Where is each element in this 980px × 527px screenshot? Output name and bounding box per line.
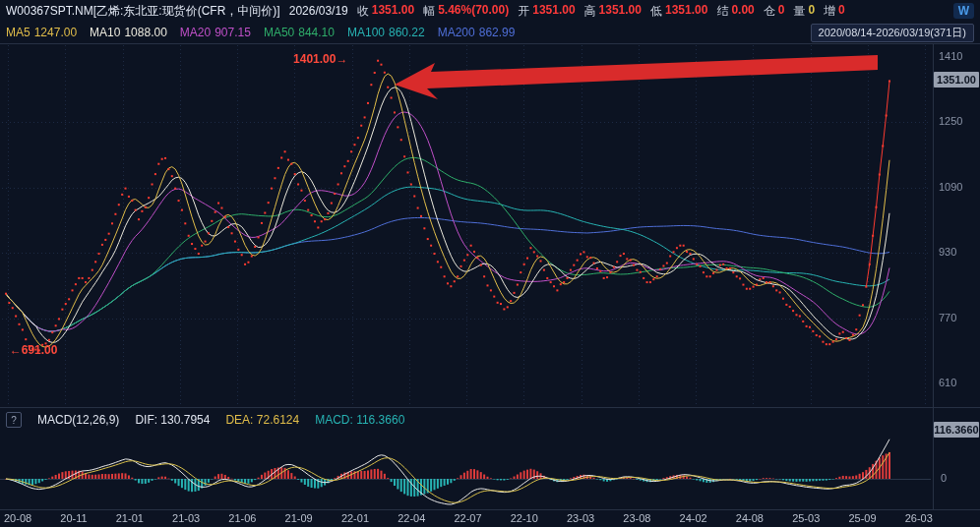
- macd-last-badge: 116.3660: [934, 422, 979, 438]
- stat-close: 收1351.00: [357, 3, 414, 20]
- x-axis-tick: 21-09: [285, 512, 313, 524]
- high-price-annotation: 1401.00→: [293, 52, 347, 66]
- help-icon[interactable]: ?: [6, 412, 22, 428]
- stat-change: 幅5.46%(70.00): [423, 3, 509, 20]
- ma-label: MA50: [264, 26, 294, 39]
- macd-legend-bar: ? MACD(12,26,9) DIF: 130.7954 DEA: 72.61…: [0, 410, 933, 430]
- stat-low: 低1351.00: [650, 3, 707, 20]
- y-axis-tick: 1410: [939, 50, 962, 62]
- x-axis-tick: 24-02: [680, 512, 707, 524]
- date-range-badge[interactable]: 2020/08/14-2026/03/19(371日): [811, 24, 974, 42]
- symbol-title[interactable]: W00367SPT.NM[乙烯:东北亚:现货价(CFR，中间价)]: [6, 3, 280, 20]
- stat-value: 0: [808, 3, 815, 20]
- quote-date: 2026/03/19: [289, 4, 348, 18]
- dif-value: DIF: 130.7954: [135, 413, 210, 427]
- ma-value: 844.10: [298, 26, 335, 39]
- macd-value: MACD: 116.3660: [315, 413, 404, 427]
- stat-value: 5.46%(70.00): [438, 3, 509, 20]
- x-axis-tick: 20-08: [4, 512, 31, 524]
- app-logo: W: [953, 3, 974, 19]
- stat-value: 0.00: [731, 3, 754, 20]
- stat-value: 1351.00: [532, 3, 575, 20]
- stat-oi-change: 增0: [824, 3, 845, 20]
- stat-label: 低: [650, 3, 662, 20]
- stat-label: 幅: [423, 3, 435, 20]
- ma100-legend: MA100860.22: [347, 26, 425, 39]
- x-axis-tick: 25-03: [792, 512, 820, 524]
- macd-title: MACD(12,26,9): [37, 413, 119, 427]
- price-chart-canvas[interactable]: [0, 0, 980, 527]
- y-axis-tick: 930: [939, 246, 956, 258]
- x-axis-tick: 22-01: [341, 512, 369, 524]
- stat-label: 收: [357, 3, 369, 20]
- ma-value: 907.15: [214, 26, 251, 39]
- ma5-legend: MA51247.00: [6, 26, 77, 39]
- y-axis-tick: 610: [939, 377, 956, 388]
- stat-label: 高: [584, 3, 596, 20]
- stat-label: 仓: [764, 3, 775, 20]
- stat-value: 0: [838, 3, 845, 20]
- macd-zero-label: 0: [941, 472, 947, 484]
- stat-label: 开: [518, 3, 529, 20]
- y-axis-tick: 1250: [939, 115, 962, 127]
- x-axis-tick: 23-03: [567, 512, 594, 524]
- quote-header: W00367SPT.NM[乙烯:东北亚:现货价(CFR，中间价)] 2026/0…: [0, 0, 980, 22]
- x-axis-tick: 21-01: [116, 512, 144, 524]
- stat-high: 高1351.00: [584, 3, 642, 20]
- x-axis-tick: 26-03: [905, 512, 933, 524]
- x-axis-tick: 23-08: [623, 512, 650, 524]
- ma10-legend: MA101088.00: [90, 26, 167, 39]
- terminal-screen: W00367SPT.NM[乙烯:东北亚:现货价(CFR，中间价)] 2026/0…: [0, 0, 980, 527]
- stat-value: 1351.00: [599, 3, 642, 20]
- x-axis-tick: 24-08: [736, 512, 764, 524]
- last-price-badge: 1351.00: [934, 72, 979, 88]
- ma-label: MA100: [347, 26, 385, 39]
- x-axis-tick: 25-09: [848, 512, 876, 524]
- x-axis-tick: 22-10: [511, 512, 538, 524]
- ma-value: 1247.00: [34, 26, 77, 39]
- ma-value: 862.99: [479, 26, 516, 39]
- ma-label: MA200: [438, 26, 475, 39]
- stat-label: 增: [824, 3, 835, 20]
- dea-value: DEA: 72.6124: [225, 413, 299, 427]
- ma-legend-bar: MA51247.00 MA101088.00 MA20907.15 MA5084…: [0, 22, 980, 43]
- stat-open: 开1351.00: [518, 3, 575, 20]
- x-axis-tick: 22-07: [454, 512, 481, 524]
- ma-value: 860.22: [389, 26, 425, 39]
- ma50-legend: MA50844.10: [264, 26, 335, 39]
- x-axis-tick: 22-04: [398, 512, 425, 524]
- stat-value: 1351.00: [665, 3, 707, 20]
- stat-label: 量: [793, 3, 805, 20]
- stat-value: 0: [778, 3, 785, 20]
- stat-open-interest: 仓0: [764, 3, 785, 20]
- stat-value: 1351.00: [372, 3, 414, 20]
- x-axis-tick: 21-06: [228, 512, 256, 524]
- y-axis-tick: 770: [939, 312, 956, 323]
- ma-label: MA20: [180, 26, 211, 39]
- stat-settle: 结0.00: [716, 3, 754, 20]
- stat-volume: 量0: [793, 3, 815, 20]
- ma-value: 1088.00: [124, 26, 166, 39]
- ma200-legend: MA200862.99: [438, 26, 516, 39]
- ma20-legend: MA20907.15: [180, 26, 251, 39]
- low-price-annotation: ←691.00: [10, 343, 58, 357]
- x-axis-tick: 20-11: [60, 512, 87, 524]
- ma-label: MA10: [90, 26, 120, 39]
- ma-label: MA5: [6, 26, 31, 39]
- y-axis-tick: 1090: [939, 181, 962, 193]
- x-axis-tick: 21-03: [172, 512, 200, 524]
- x-axis: 20-08 20-11 21-01 21-03 21-06 21-09 22-0…: [4, 512, 933, 524]
- stat-label: 结: [716, 3, 728, 20]
